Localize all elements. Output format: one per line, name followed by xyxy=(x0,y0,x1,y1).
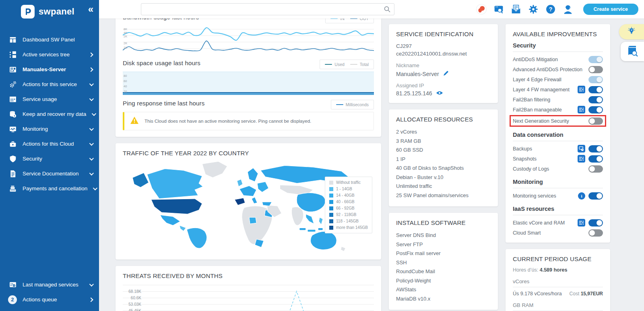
total-legend-line xyxy=(350,64,357,65)
fail2ban-manageable-toggle[interactable] xyxy=(588,106,603,113)
list-item: 1 IP xyxy=(396,155,491,164)
sidebar-collapse-button[interactable]: « xyxy=(88,3,93,15)
sidebar-logo[interactable]: swpanel « xyxy=(0,0,99,23)
support-agent-icon[interactable] xyxy=(563,4,573,14)
chevron-icon xyxy=(89,52,93,57)
layer4-edge-firewall-toggle[interactable] xyxy=(588,76,603,83)
sidebar-item-dashboard[interactable]: Dashboard SW Panel xyxy=(0,32,99,47)
improvement-row-snapshots: Snapshots xyxy=(513,154,603,164)
milliseconds-legend-line xyxy=(336,104,343,105)
sidebar-item-security[interactable]: Security xyxy=(0,151,99,166)
suggestions-pill[interactable] xyxy=(619,24,644,39)
disk-used-area xyxy=(123,92,374,95)
improvement-row-antiddos-mitigation: AntiDDoS Mitigation xyxy=(513,54,603,64)
next-generation-security-highlight: Next Generation Security xyxy=(510,115,606,127)
legend-swatch xyxy=(329,226,333,230)
brand-name: swpanel xyxy=(39,6,74,17)
manage-rules-icon[interactable] xyxy=(578,219,585,227)
next-generation-security-toggle[interactable] xyxy=(588,117,603,125)
sidebar-item-keep-recover-data[interactable]: Keep and recover my data xyxy=(0,107,99,122)
chevron-icon xyxy=(93,185,97,190)
chevron-icon xyxy=(89,156,94,160)
traffic-map-title: TRAFFIC OF THE YEAR 2022 BY COUNTRY xyxy=(123,150,374,157)
service-code: CJ297 xyxy=(396,42,491,50)
help-icon[interactable]: ? xyxy=(545,4,556,14)
sidebar-item-active-services-tree[interactable]: Active services tree xyxy=(0,47,99,62)
improvement-row-elastic-vcore-ram: Elastic vCore and RAM xyxy=(513,218,603,228)
threats-card: THREATS RECEIVED BY MONTHS 68.18K 60.6K … xyxy=(116,266,381,311)
current-period-usage-card: CURRENT PERIOD USAGE Hores d’ús: 4.589 h… xyxy=(506,249,610,311)
improvement-row-layer4-fw-management: Layer 4 FW management xyxy=(513,84,603,95)
manage-rules-icon[interactable] xyxy=(578,86,585,93)
sidebar-item-service-documentation[interactable]: Service Documentation xyxy=(0,166,99,181)
list-item: Policyd-Weight xyxy=(396,276,491,286)
chevron-icon xyxy=(89,297,93,302)
bandwidth-legend[interactable]: IN OUT xyxy=(325,19,374,23)
manage-rules-icon[interactable] xyxy=(578,106,585,113)
traffic-map-legend: Without traffic 1 - 14GB 14 - 40GB 40 - … xyxy=(325,177,372,233)
installed-software-card: INSTALLED SOFTWARE Server DNS Bind Serve… xyxy=(389,213,498,310)
chevron-icon xyxy=(89,282,94,286)
monitoring-icon xyxy=(9,125,17,133)
sidebar-item-payments[interactable]: Payments and cancellation xyxy=(0,181,99,196)
improvement-row-backups: Backups xyxy=(513,144,603,154)
monitoring-services-toggle[interactable] xyxy=(588,192,603,200)
ping-legend[interactable]: Milliseconds xyxy=(331,100,374,109)
messages-icon[interactable] xyxy=(511,4,521,14)
toolcase-icon xyxy=(9,140,17,148)
chevron-icon xyxy=(89,126,94,130)
lightbulb-icon xyxy=(627,27,636,37)
knowledge-base-pill[interactable] xyxy=(621,42,644,61)
cloud-smart-toggle[interactable] xyxy=(588,229,603,237)
backups-toggle[interactable] xyxy=(588,145,603,152)
installed-software-title: INSTALLED SOFTWARE xyxy=(396,219,491,226)
search-box xyxy=(141,3,394,15)
list-item: PostFix mail server xyxy=(396,249,491,258)
browse-services-icon[interactable] xyxy=(493,4,504,14)
chevron-icon xyxy=(89,141,94,145)
nickname-value: Manuales-Server xyxy=(396,71,439,77)
custody-of-logs-toggle[interactable] xyxy=(588,165,603,173)
ping-warning-alert: This Cloud does not have an active monit… xyxy=(123,112,374,130)
main-content: Bandwidth usage last hours IN OUT 8K 4K … xyxy=(99,19,644,311)
list-item: 40 GB of Disks to SnapShots xyxy=(396,164,491,173)
threats-chart: 68.18K 60.6K 53.03K 45.45K 37.88K xyxy=(123,285,374,311)
sidebar-item-service-usage[interactable]: Service usage xyxy=(0,92,99,107)
managed-services-icon xyxy=(9,281,17,289)
sidebar-footer: Last managed services 2 Actions queue xyxy=(0,277,99,311)
improvement-row-custody-of-logs: Custody of Logs xyxy=(513,164,603,174)
swpanel-logo-icon xyxy=(21,5,35,19)
sidebar-item-monitoring[interactable]: Monitoring xyxy=(0,122,99,136)
partner-logo-icon[interactable] xyxy=(476,4,487,14)
improvement-row-next-generation-security: Next Generation Security xyxy=(513,116,603,126)
database-lock-icon xyxy=(9,110,17,118)
sidebar-item-manuales-server[interactable]: Manuales-Server xyxy=(0,62,99,77)
search-input[interactable] xyxy=(141,3,394,15)
advanced-antiddos-toggle[interactable] xyxy=(588,66,603,73)
improvement-row-fail2ban-filtering: Fail2Ban filtering xyxy=(513,95,603,105)
create-service-button[interactable]: Create service xyxy=(583,4,638,15)
settings-gear-icon[interactable] xyxy=(528,4,539,14)
snapshots-toggle[interactable] xyxy=(588,155,603,163)
sidebar-menu: Dashboard SW Panel Active services tree … xyxy=(0,23,99,277)
sidebar-item-last-managed-services[interactable]: Last managed services xyxy=(0,277,99,292)
sidebar-item-actions-for-cloud[interactable]: Actions for this Cloud xyxy=(0,136,99,151)
actions-queue-badge: 2 xyxy=(8,295,17,304)
show-ip-eye-icon[interactable] xyxy=(436,90,443,97)
chevron-icon xyxy=(89,96,94,101)
allocated-resources-card: ALLOCATED RESOURCES 2 vCores 3 RAM GB 60… xyxy=(389,109,498,206)
sidebar-item-actions-queue[interactable]: 2 Actions queue xyxy=(0,292,99,307)
usage-section-vcores: vCores xyxy=(513,278,603,287)
elastic-vcore-ram-toggle[interactable] xyxy=(588,219,603,227)
sidebar-item-actions-for-service[interactable]: Actions for this service xyxy=(0,77,99,92)
layer4-fw-management-toggle[interactable] xyxy=(588,86,603,93)
edit-nickname-icon[interactable] xyxy=(443,70,449,78)
fail2ban-filtering-toggle[interactable] xyxy=(588,96,603,103)
info-icon[interactable]: i xyxy=(578,192,585,200)
legend-swatch xyxy=(329,219,333,223)
antiddos-mitigation-toggle[interactable] xyxy=(588,56,603,63)
manage-rules-icon[interactable] xyxy=(578,155,585,163)
disk-legend[interactable]: Used Total xyxy=(320,60,374,69)
backup-schedule-icon[interactable] xyxy=(578,145,585,152)
search-icon[interactable] xyxy=(383,5,391,15)
